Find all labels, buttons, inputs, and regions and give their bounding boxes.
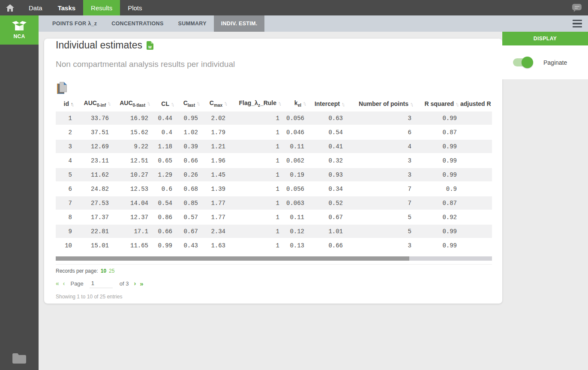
column-header-clast[interactable]: Clast↑↓ (176, 96, 201, 111)
table-cell: 15.01 (75, 238, 112, 253)
tab-concentrations[interactable]: CONCENTRATIONS (104, 15, 171, 32)
chat-icon[interactable] (571, 3, 583, 13)
column-header-kel[interactable]: kel↑↓ (283, 96, 308, 111)
paginate-toggle[interactable] (513, 58, 532, 66)
table-row: 817.3712.370.860.571.7710.110.6750.92 (56, 210, 492, 224)
sort-icon: ↑↓ (303, 100, 305, 105)
nav-item-tasks[interactable]: Tasks (50, 0, 83, 15)
open-box-icon (12, 21, 27, 31)
app-topbar: DataTasksResultsPlots (0, 0, 588, 15)
table-cell: 1.29 (152, 168, 176, 182)
project-tile-nca[interactable]: NCA (0, 15, 39, 45)
sort-icon: ↑↓ (171, 101, 173, 106)
table-cell: 22.81 (75, 224, 112, 238)
table-cell: 4 (346, 139, 415, 153)
page-size-option-25[interactable]: 25 (109, 268, 114, 274)
results-tabbar: POINTS FOR λ_zCONCENTRATIONSSUMMARYINDIV… (39, 15, 588, 32)
table-row: 727.5314.040.540.851.7710.0630.5270.87 (56, 196, 492, 210)
display-panel-title: DISPLAY (502, 31, 588, 45)
table-cell: 1 (229, 168, 283, 182)
table-cell: 3 (346, 168, 415, 182)
table-cell: 1.18 (152, 139, 176, 153)
table-cell: 12.51 (112, 153, 152, 168)
table-cell: 0.99 (415, 111, 460, 125)
table-cell (460, 238, 492, 253)
table-cell: 0.056 (283, 111, 308, 125)
table-cell: 1.77 (201, 196, 229, 210)
table-cell: 0.54 (308, 125, 346, 139)
table-cell: 6 (346, 125, 415, 139)
table-cell: 8 (56, 210, 75, 224)
column-header-auc0-tlast[interactable]: AUC0-tlast↑↓ (112, 96, 152, 111)
table-cell: 0.44 (152, 111, 176, 125)
column-header-cmax[interactable]: Cmax↑↓ (201, 96, 229, 111)
page-number-input[interactable] (90, 279, 113, 288)
results-table-wrap: id↑↓AUC0-inf↑↓AUC0-tlast↑↓CL↑↓Clast↑↓Cma… (56, 96, 492, 253)
table-cell: 3 (346, 153, 415, 168)
table-cell: 1.45 (201, 168, 229, 182)
table-row: 133.7616.920.440.952.0210.0560.6330.99 (56, 111, 492, 125)
table-cell: 24.82 (75, 182, 112, 196)
nav-item-results[interactable]: Results (83, 0, 120, 15)
table-cell: 1.02 (176, 125, 201, 139)
table-cell: 5 (56, 168, 75, 182)
table-cell: 9 (56, 224, 75, 238)
table-cell: 0.19 (283, 168, 308, 182)
table-cell: 0.34 (308, 182, 346, 196)
table-cell: 5 (346, 224, 415, 238)
horizontal-scrollbar[interactable] (56, 256, 492, 261)
scrollbar-thumb[interactable] (56, 256, 409, 261)
table-row: 1015.0111.650.990.431.6310.130.6630.99 (56, 238, 492, 253)
table-cell: 1.39 (201, 182, 229, 196)
column-header-cl[interactable]: CL↑↓ (152, 96, 176, 111)
table-cell: 3 (346, 238, 415, 253)
first-page-button[interactable]: « (56, 280, 59, 287)
table-cell: 15.62 (112, 125, 152, 139)
nav-item-data[interactable]: Data (21, 0, 50, 15)
next-page-button[interactable]: › (134, 280, 136, 287)
table-cell: 1.79 (201, 125, 229, 139)
tab-indiv-estim[interactable]: INDIV. ESTIM. (214, 15, 265, 32)
home-button[interactable] (0, 0, 21, 15)
table-cell (460, 196, 492, 210)
column-header-flag-λz-rule[interactable]: Flag_λz_Rule↑↓ (229, 96, 283, 111)
table-cell: 0.87 (415, 125, 460, 139)
home-icon (6, 4, 14, 12)
table-cell: 0.99 (415, 224, 460, 238)
page-title: Individual estimates (56, 39, 142, 51)
table-row: 312.699.221.180.391.2110.110.4140.99 (56, 139, 492, 153)
paginate-toggle-label: Paginate (543, 59, 567, 66)
menu-icon[interactable] (573, 20, 582, 28)
column-header-id[interactable]: id↑↓ (56, 96, 75, 111)
column-header-intercept[interactable]: Intercept↑↓ (308, 96, 346, 111)
tab-points-for-λ-z[interactable]: POINTS FOR λ_z (45, 15, 104, 32)
prev-page-button[interactable]: ‹ (63, 280, 65, 287)
left-sidebar: NCA (0, 15, 39, 370)
table-cell (460, 168, 492, 182)
table-cell: 1 (56, 111, 75, 125)
table-cell: 2.34 (201, 224, 229, 238)
copy-table-icon[interactable] (57, 82, 68, 95)
table-cell (460, 210, 492, 224)
results-card: Individual estimates w Non compartmental… (44, 39, 502, 304)
column-header-number-of-points[interactable]: Number of points↑↓ (346, 96, 415, 111)
word-export-icon[interactable]: w (147, 41, 153, 50)
last-page-button[interactable]: » (140, 280, 143, 287)
page-size-option-10[interactable]: 10 (101, 268, 106, 274)
nav-item-plots[interactable]: Plots (120, 0, 150, 15)
column-header-r-squared[interactable]: R squared↑↓ (415, 96, 460, 111)
table-cell: 1 (229, 111, 283, 125)
table-footer: Records per page:1025 « ‹ Page of 3 › » … (56, 264, 492, 300)
table-cell: 14.04 (112, 196, 152, 210)
column-header-auc0-inf[interactable]: AUC0-inf↑↓ (75, 96, 112, 111)
showing-entries-label: Showing 1 to 10 of 25 entries (56, 294, 492, 300)
folder-icon[interactable] (11, 352, 27, 365)
sort-icon: ↑↓ (410, 101, 412, 106)
table-cell: 5 (346, 210, 415, 224)
table-cell: 17.1 (112, 224, 152, 238)
table-cell: 12.53 (112, 182, 152, 196)
tab-summary[interactable]: SUMMARY (171, 15, 214, 32)
content-area: Individual estimates w Non compartmental… (39, 32, 588, 370)
table-cell: 0.66 (152, 224, 176, 238)
column-header-adjusted-r-squ[interactable]: adjusted R squ (460, 96, 492, 111)
